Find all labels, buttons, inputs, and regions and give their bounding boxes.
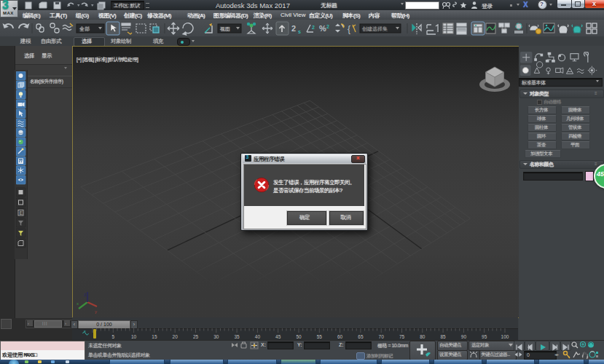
svg-text:5: 5 — [111, 334, 114, 339]
svg-text:45: 45 — [275, 334, 281, 339]
svg-text:85: 85 — [440, 334, 446, 339]
svg-text:90: 90 — [461, 334, 467, 339]
svg-text:100: 100 — [501, 334, 509, 339]
svg-text:65: 65 — [358, 334, 364, 339]
svg-text:E: E — [20, 210, 23, 215]
svg-text:s: s — [298, 29, 301, 34]
svg-text:80: 80 — [420, 334, 425, 339]
svg-text:2: 2 — [326, 24, 329, 29]
svg-text:55: 55 — [317, 334, 323, 339]
svg-text:创建选择集: 创建选择集 — [362, 26, 388, 32]
svg-text:25: 25 — [193, 334, 199, 339]
svg-text:%: % — [319, 24, 326, 33]
svg-text:y: y — [95, 309, 97, 314]
svg-text:50: 50 — [296, 334, 302, 339]
svg-text:z: z — [84, 292, 87, 297]
svg-text:2: 2 — [312, 25, 315, 30]
svg-text:{: { — [348, 24, 350, 34]
svg-text:10: 10 — [131, 334, 137, 339]
svg-text:75: 75 — [399, 334, 405, 339]
svg-text:20: 20 — [173, 334, 179, 339]
svg-text:30: 30 — [213, 334, 219, 339]
svg-text:70: 70 — [379, 334, 385, 339]
svg-text:x: x — [77, 301, 79, 306]
svg-text:视图: 视图 — [220, 26, 230, 32]
svg-text:35: 35 — [234, 334, 240, 339]
svg-text:15: 15 — [152, 334, 157, 339]
svg-text:95: 95 — [482, 334, 487, 339]
svg-text:2: 2 — [291, 24, 296, 33]
svg-text:60: 60 — [337, 334, 343, 339]
svg-text:全部: 全部 — [79, 26, 90, 32]
svg-text:40: 40 — [255, 334, 261, 339]
